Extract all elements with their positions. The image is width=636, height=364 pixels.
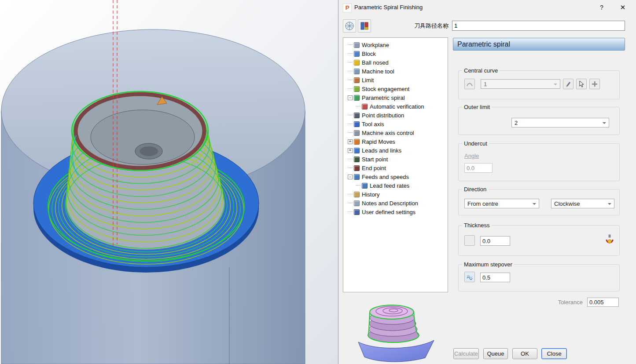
- chevron-down-icon: [603, 122, 606, 124]
- leads-and-links-icon: [354, 148, 360, 153]
- help-button[interactable]: ?: [596, 0, 608, 15]
- tree-item-leads-and-links[interactable]: +Leads and links: [346, 146, 448, 155]
- tree-item-label: Start point: [362, 156, 388, 163]
- tree-connector: [348, 167, 353, 168]
- rapid-moves-icon: [354, 139, 360, 145]
- tree-item-stock-engagement[interactable]: Stock engagement: [346, 84, 448, 93]
- tree-item-point-distribution[interactable]: Point distribution: [346, 111, 448, 120]
- edit-curve-button[interactable]: [563, 79, 574, 89]
- stepover-icon: [466, 273, 473, 280]
- tree-item-label: History: [362, 191, 379, 198]
- notes-icon: [354, 200, 360, 206]
- start-point-icon: [354, 157, 360, 162]
- plus-icon: [592, 81, 598, 87]
- tree-item-rapid-moves[interactable]: +Rapid Moves: [346, 137, 448, 146]
- ok-button[interactable]: OK: [512, 348, 537, 359]
- tree-item-label: Point distribution: [362, 112, 404, 119]
- tree-connector: [348, 132, 353, 133]
- calculate-button[interactable]: Calculate: [453, 348, 479, 359]
- user-defined-settings-icon: [354, 209, 360, 215]
- tree-connector: [348, 211, 353, 212]
- tree-item-parametric-spiral[interactable]: -Parametric spiral: [346, 93, 448, 102]
- tree-item-label: Rapid Moves: [362, 138, 395, 145]
- tree-connector: [348, 115, 353, 116]
- tree-item-history[interactable]: History: [346, 190, 448, 199]
- lead-feed-rates-icon: [362, 183, 368, 189]
- toolpath-name-input[interactable]: [452, 21, 625, 31]
- tree-item-limit[interactable]: Limit: [346, 76, 448, 84]
- central-curve-combobox[interactable]: 1: [481, 79, 560, 89]
- queue-button[interactable]: Queue: [483, 348, 508, 359]
- tree-item-tool-axis[interactable]: Tool axis: [346, 120, 448, 128]
- tree-item-workplane[interactable]: Workplane: [346, 40, 448, 49]
- tree-item-machine-tool[interactable]: Machine tool: [346, 67, 448, 76]
- outer-limit-value: 2: [515, 120, 518, 126]
- pencil-icon: [565, 80, 572, 87]
- tree-connector: [348, 53, 353, 54]
- parametric-spiral-icon: [354, 95, 360, 101]
- point-distribution-icon: [354, 113, 360, 118]
- machine-tool-icon: [354, 69, 360, 74]
- tree-item-label: Leads and links: [362, 147, 401, 154]
- automatic-verification-icon: [362, 104, 368, 109]
- tree-item-user-defined-settings[interactable]: User defined settings: [346, 207, 448, 216]
- curve-wizard-button[interactable]: [464, 79, 475, 89]
- direction-mode-value: From centre: [467, 200, 498, 207]
- outer-limit-combobox[interactable]: 2: [511, 118, 609, 127]
- cursor-arrow-icon: [578, 80, 585, 87]
- angle-label: Angle: [464, 153, 479, 159]
- powermill-logo-icon: P: [343, 4, 352, 12]
- tree-item-start-point[interactable]: Start point: [346, 155, 448, 164]
- tree-item-automatic-verification[interactable]: Automatic verification: [346, 102, 448, 111]
- thickness-tool-icon: [605, 234, 614, 244]
- tree-item-feeds-and-speeds[interactable]: -Feeds and speeds: [346, 172, 448, 181]
- tree-expander[interactable]: -: [348, 95, 353, 100]
- tool-selector-button[interactable]: [358, 19, 371, 33]
- dialog-titlebar[interactable]: P Parametric Spiral Finishing ? ✕: [338, 0, 636, 15]
- tree-connector: [348, 159, 353, 160]
- close-window-button[interactable]: ✕: [615, 0, 631, 15]
- tree-item-ball-nosed[interactable]: Ball nosed: [346, 58, 448, 67]
- tree-item-notes-and-description[interactable]: Notes and Description: [346, 199, 448, 207]
- tree-item-label: Parametric spiral: [362, 95, 405, 101]
- undercut-group: Undercut Angle: [458, 143, 620, 181]
- maximum-stepover-group: Maximum stepover: [458, 264, 620, 291]
- tree-item-label: Stock engagement: [362, 86, 409, 92]
- tree-expander[interactable]: +: [348, 148, 353, 153]
- history-icon: [354, 192, 360, 197]
- tree-connector: [348, 124, 353, 124]
- pick-curve-button[interactable]: [576, 79, 587, 89]
- viewport-3d[interactable]: [0, 0, 338, 364]
- tree-item-label: User defined settings: [362, 209, 415, 215]
- maximum-stepover-input[interactable]: [480, 273, 510, 282]
- thickness-tool-button[interactable]: [605, 234, 614, 244]
- outer-limit-legend: Outer limit: [462, 104, 492, 110]
- tree-item-label: Lead feed rates: [370, 182, 409, 189]
- thickness-options-button[interactable]: [464, 235, 475, 246]
- thickness-input[interactable]: [480, 236, 510, 246]
- ball-nosed-tool-icon: [354, 60, 360, 66]
- stepover-diagram-button[interactable]: [464, 272, 475, 282]
- undercut-angle-input[interactable]: [464, 163, 493, 173]
- workplane-icon: [354, 42, 360, 48]
- tree-item-lead-feed-rates[interactable]: Lead feed rates: [346, 181, 448, 190]
- thickness-legend: Thickness: [462, 222, 492, 229]
- close-button[interactable]: Close: [541, 348, 567, 359]
- tree-item-machine-axis-control[interactable]: Machine axis control: [346, 128, 448, 137]
- strategy-selector-button[interactable]: [343, 19, 356, 33]
- tree-expander[interactable]: +: [348, 139, 353, 144]
- tree-expander[interactable]: -: [348, 175, 353, 179]
- parametric-spiral-finishing-dialog: P Parametric Spiral Finishing ? ✕ 刀具路径名称…: [338, 0, 636, 364]
- tolerance-input[interactable]: [587, 298, 619, 307]
- tree-item-label: Ball nosed: [362, 59, 389, 66]
- direction-mode-combobox[interactable]: From centre: [464, 199, 539, 208]
- tree-connector: [348, 71, 353, 72]
- central-curve-legend: Central curve: [462, 67, 500, 74]
- end-point-icon: [354, 165, 360, 171]
- outer-limit-group: Outer limit 2: [458, 107, 620, 135]
- create-curve-button[interactable]: [589, 79, 600, 89]
- tree-item-end-point[interactable]: End point: [346, 164, 448, 172]
- boss-top-rim: [72, 91, 208, 171]
- tree-item-block[interactable]: Block: [346, 49, 448, 58]
- direction-rotation-combobox[interactable]: Clockwise: [551, 199, 614, 208]
